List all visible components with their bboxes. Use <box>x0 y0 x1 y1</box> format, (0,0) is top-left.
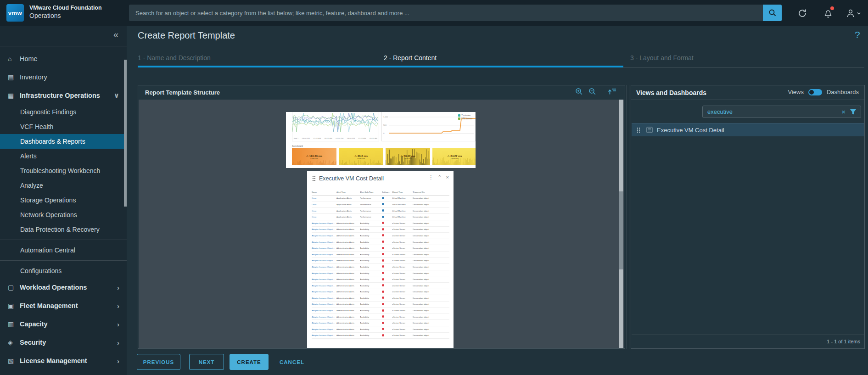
capacity-icon: ▥ <box>8 320 20 328</box>
error-red-icon <box>382 234 384 236</box>
sidebar-item-troubleshooting-workbench[interactable]: Troubleshooting Workbench <box>0 163 127 178</box>
sidebar-item-license-management[interactable]: ▧License Management› <box>0 352 127 370</box>
preview-table-row: Adapter Instance Object...Administrative… <box>312 320 449 326</box>
license-management-icon: ▧ <box>8 357 20 364</box>
panel-scrollbar-thumb[interactable] <box>619 191 623 269</box>
error-red-icon <box>382 297 384 299</box>
widget-title: Executive VM Cost Detail <box>319 175 384 182</box>
sidebar-item-security[interactable]: ◈Security› <box>0 333 127 352</box>
create-button[interactable]: CREATE <box>230 354 269 370</box>
wizard-step-1[interactable]: 1 - Name and Description <box>138 54 211 62</box>
sidebar-scrollbar[interactable] <box>124 60 127 207</box>
info-blue-icon <box>382 209 384 212</box>
sidebar-item-fleet-management[interactable]: ▣Fleet Management› <box>0 297 127 315</box>
notifications-button[interactable] <box>821 6 835 20</box>
zoom-in-icon[interactable] <box>575 88 583 95</box>
zoom-out-icon[interactable] <box>588 88 596 95</box>
sidebar-item-network-operations[interactable]: Network Operations <box>0 207 127 222</box>
scoreboard-card: ⚠ 24.27 msDemand <box>432 148 476 165</box>
sidebar-item-configurations[interactable]: Configurations <box>0 263 127 278</box>
sidebar-item-label: Alerts <box>20 152 37 160</box>
sidebar-item-workload-operations[interactable]: ▢Workload Operations› <box>0 278 127 297</box>
sidebar-item-storage-operations[interactable]: Storage Operations <box>0 193 127 207</box>
sidebar-item-vcf-health[interactable]: VCF Health <box>0 119 127 134</box>
global-search <box>129 5 782 21</box>
sidebar-item-alerts[interactable]: Alerts <box>0 149 127 163</box>
preview-table-row: Adapter Instance Object...Administrative… <box>312 220 449 227</box>
report-template-structure-panel: Report Template Structure <box>138 85 625 349</box>
sidebar-item-inventory[interactable]: ▤Inventory <box>0 68 127 86</box>
chevron-right-icon: › <box>117 302 119 310</box>
chevron-right-icon: › <box>117 357 119 365</box>
search-icon <box>768 9 777 17</box>
toggle-label-views[interactable]: Views <box>788 89 803 95</box>
sidebar-item-automation-central[interactable]: Automation Central <box>0 243 127 257</box>
dashboard-search-input[interactable] <box>703 108 838 115</box>
send-to-top-icon[interactable] <box>608 88 616 95</box>
sidebar-nav: ⌂Home▤Inventory▦Infrastructure Operation… <box>0 50 127 370</box>
chevron-down-icon: ∨ <box>114 91 119 100</box>
sidebar-item-label: Capacity <box>20 320 47 328</box>
global-search-input[interactable] <box>129 5 763 21</box>
sidebar-item-home[interactable]: ⌂Home <box>0 50 127 68</box>
error-red-icon <box>382 228 384 230</box>
scoreboard-card: ⚠ 110.33 msDemand <box>292 148 336 165</box>
clear-search-icon[interactable]: × <box>838 108 849 116</box>
previous-button[interactable]: PREVIOUS <box>137 354 180 370</box>
close-widget-icon[interactable]: × <box>446 174 449 180</box>
widget-preview-thumbnail[interactable]: Executive VM Cost Detail ⋮ ⌃ × NameAlert… <box>307 171 454 348</box>
error-red-icon <box>382 259 384 262</box>
wizard-remaining-line <box>623 67 864 67</box>
dashboard-list-item[interactable]: Executive VM Cost Detail <box>632 123 864 136</box>
user-menu-button[interactable] <box>844 6 863 20</box>
sidebar-item-diagnostic-findings[interactable]: Diagnostic Findings <box>0 105 127 119</box>
toggle-label-dashboards[interactable]: Dashboards <box>827 89 859 95</box>
kebab-menu-icon[interactable]: ⋮ <box>428 174 433 180</box>
sidebar-item-data-protection-recovery[interactable]: Data Protection & Recovery <box>0 222 127 237</box>
wizard-step-3[interactable]: 3 - Layout and Format <box>630 54 694 62</box>
preview-table-row: Adapter Instance Object...Administrative… <box>312 308 449 314</box>
preview-table-row: Adapter Instance Object...Administrative… <box>312 233 449 239</box>
toolbar-divider <box>602 88 602 95</box>
preview-table-row: OssoApplication AlertsPerformanceVirtual… <box>312 208 449 214</box>
structure-panel-title: Report Template Structure <box>145 89 220 96</box>
drag-handle-icon[interactable] <box>637 127 640 133</box>
help-icon[interactable]: ? <box>855 29 860 40</box>
views-and-dashboards-panel: Views and Dashboards Views Dashboards × <box>631 85 865 349</box>
preview-table-row: OssoApplication AlertsPerformanceVirtual… <box>312 201 449 208</box>
sidebar-item-label: Infrastructure Operations <box>20 92 100 99</box>
error-red-icon <box>382 322 384 324</box>
brand-line2: Operations <box>29 12 102 20</box>
sidebar-collapse-row: « <box>0 26 127 46</box>
chevron-right-icon: › <box>117 284 119 291</box>
preview-table-row: OssoApplication AlertsPerformanceVirtual… <box>312 196 449 202</box>
structure-panel-canvas[interactable]: Feb 108:00 PM02:00 AM08:00 AM04:00 PM08:… <box>139 100 624 348</box>
sidebar-item-capacity[interactable]: ▥Capacity› <box>0 315 127 333</box>
inventory-icon: ▤ <box>8 73 20 81</box>
collapse-sidebar-icon[interactable]: « <box>113 29 118 40</box>
drag-handle-icon[interactable] <box>312 176 316 181</box>
next-button[interactable]: NEXT <box>189 354 224 370</box>
sidebar-item-dashboards-reports[interactable]: Dashboards & Reports <box>0 134 127 149</box>
collapse-widget-icon[interactable]: ⌃ <box>437 174 442 180</box>
scoreboard-card: ⚠ 59.07 msDemand <box>386 148 430 165</box>
sidebar-divider <box>0 260 127 261</box>
cancel-button[interactable]: CANCEL <box>277 354 307 370</box>
chevron-right-icon: › <box>117 339 119 347</box>
dashboard-preview-thumbnail[interactable]: Feb 108:00 PM02:00 AM08:00 AM04:00 PM08:… <box>286 112 476 168</box>
panel-splitter[interactable] <box>626 85 631 349</box>
wizard-step-2[interactable]: 2 - Report Content <box>384 54 437 62</box>
preview-chart-x-labels: Feb 108:00 PM02:00 AM08:00 AM04:00 PM08:… <box>292 137 379 140</box>
metric-value: ⚠ 110.33 ms <box>306 154 322 157</box>
filter-icon[interactable] <box>849 109 861 115</box>
sidebar-item-label: Configurations <box>20 267 62 274</box>
sidebar-item-label: Automation Central <box>20 246 75 254</box>
refresh-button[interactable] <box>795 6 809 20</box>
sidebar-item-infrastructure-operations[interactable]: ▦Infrastructure Operations∨ <box>0 86 127 105</box>
preview-table-row: Adapter Instance Object...Administrative… <box>312 245 449 252</box>
preview-table-row: Adapter Instance Object...Administrative… <box>312 270 449 277</box>
search-button[interactable] <box>763 5 782 21</box>
sidebar-item-analyze[interactable]: Analyze <box>0 178 127 193</box>
scoreboard-cards: ⚠ 110.33 msDemand⚠ 26.2 msDemand⚠ 59.07 … <box>292 148 476 165</box>
views-dashboards-toggle[interactable] <box>808 89 822 95</box>
